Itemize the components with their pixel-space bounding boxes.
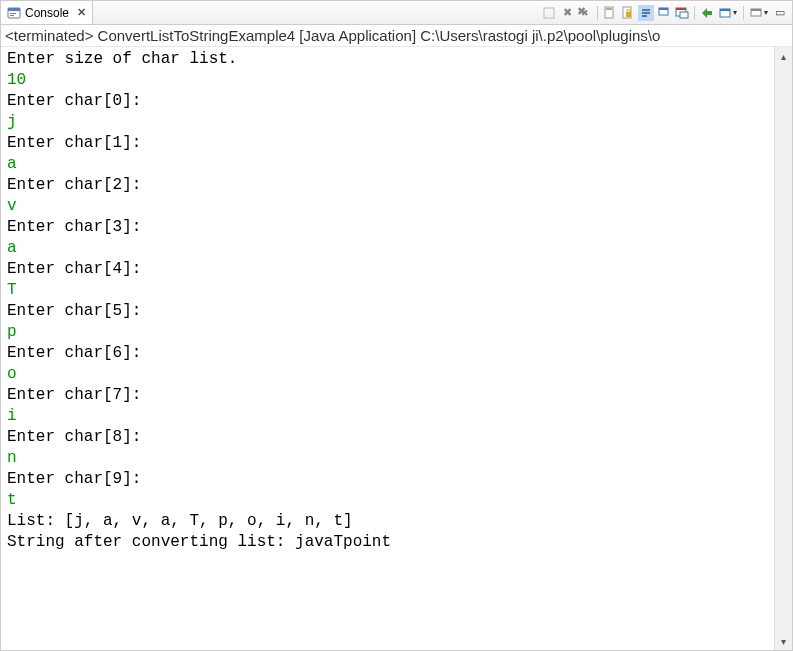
new-console-dropdown[interactable]: ▾ [733, 8, 737, 17]
remove-all-launches-icon[interactable]: ✖ ✖ [577, 5, 593, 21]
console-input-line: j [7, 112, 768, 133]
svg-rect-17 [720, 9, 730, 11]
separator [597, 6, 598, 20]
console-input-line: v [7, 196, 768, 217]
console-input-line: T [7, 280, 768, 301]
console-tab[interactable]: Console ✕ [1, 1, 93, 24]
console-output-line: List: [j, a, v, a, T, p, o, i, n, t] [7, 511, 768, 532]
console-output-line: Enter char[0]: [7, 91, 768, 112]
separator [694, 6, 695, 20]
status-text: <terminated> ConvertListToStringExample4… [5, 27, 660, 44]
svg-rect-6 [606, 8, 612, 10]
display-selected-icon[interactable] [674, 5, 690, 21]
svg-rect-19 [751, 9, 761, 11]
console-content-wrap: Enter size of char list.10Enter char[0]:… [1, 47, 792, 650]
console-output[interactable]: Enter size of char list.10Enter char[0]:… [1, 47, 774, 650]
svg-rect-3 [10, 15, 14, 16]
scroll-lock-icon[interactable] [620, 5, 636, 21]
separator [743, 6, 744, 20]
console-input-line: t [7, 490, 768, 511]
vertical-scrollbar[interactable]: ▴ ▾ [774, 47, 792, 650]
remove-launch-icon[interactable]: ✖ [559, 5, 575, 21]
svg-rect-1 [8, 8, 20, 11]
console-input-line: n [7, 448, 768, 469]
console-toolbar: ✖ ✖ ✖ ▾ ▾ ▭ [541, 1, 788, 24]
tab-close-icon[interactable]: ✕ [77, 6, 86, 19]
svg-rect-4 [544, 8, 554, 18]
console-input-line: i [7, 406, 768, 427]
console-output-line: Enter char[7]: [7, 385, 768, 406]
console-input-line: a [7, 154, 768, 175]
console-input-line: a [7, 238, 768, 259]
view-menu-dropdown[interactable]: ▾ [764, 8, 768, 17]
word-wrap-icon[interactable] [638, 5, 654, 21]
console-tab-label: Console [25, 6, 69, 20]
open-console-icon[interactable] [699, 5, 715, 21]
console-input-line: o [7, 364, 768, 385]
tab-bar: Console ✕ ✖ ✖ ✖ [1, 1, 792, 25]
console-output-line: Enter char[4]: [7, 259, 768, 280]
launch-status: <terminated> ConvertListToStringExample4… [1, 25, 792, 47]
console-icon [7, 6, 21, 20]
scroll-down-arrow[interactable]: ▾ [777, 634, 791, 648]
console-output-line: Enter char[5]: [7, 301, 768, 322]
svg-rect-2 [10, 13, 16, 14]
minimize-icon[interactable] [748, 5, 764, 21]
console-output-line: Enter char[2]: [7, 175, 768, 196]
console-output-line: Enter char[9]: [7, 469, 768, 490]
svg-rect-15 [680, 12, 688, 18]
scroll-up-arrow[interactable]: ▴ [777, 49, 791, 63]
console-output-line: String after converting list: javaTpoint [7, 532, 768, 553]
console-output-line: Enter char[6]: [7, 343, 768, 364]
pin-console-icon[interactable] [656, 5, 672, 21]
clear-console-icon[interactable] [602, 5, 618, 21]
console-output-line: Enter size of char list. [7, 49, 768, 70]
svg-rect-12 [659, 8, 668, 10]
console-output-line: Enter char[8]: [7, 427, 768, 448]
svg-rect-14 [676, 8, 686, 10]
console-output-line: Enter char[1]: [7, 133, 768, 154]
console-input-line: p [7, 322, 768, 343]
new-console-icon[interactable] [717, 5, 733, 21]
console-output-line: Enter char[3]: [7, 217, 768, 238]
console-input-line: 10 [7, 70, 768, 91]
maximize-icon[interactable]: ▭ [772, 5, 788, 21]
blank-icon[interactable] [541, 5, 557, 21]
